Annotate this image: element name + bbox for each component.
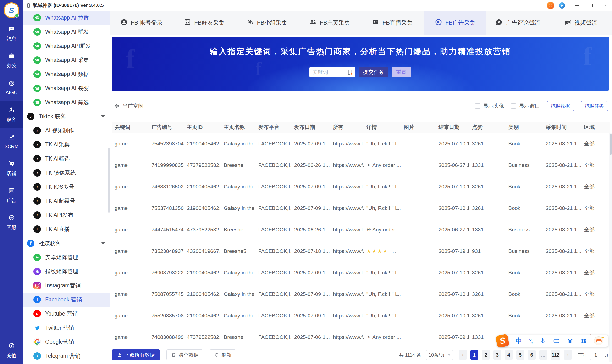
download-all-button[interactable]: 下载所有数据 <box>112 350 160 360</box>
rail-item-message[interactable]: 消息 <box>0 20 23 47</box>
sidebar-item-whatsapp-ai-拉群[interactable]: ☎Whatsapp AI 拉群 <box>23 11 110 25</box>
table-row[interactable]: game75537481350...21900405462...Galaxy i… <box>112 197 610 219</box>
goto-page-input[interactable] <box>590 350 601 360</box>
sidebar-item-whatsapp-ai-数据[interactable]: ☎Whatsapp AI 数据 <box>23 67 110 81</box>
cell: 全部 <box>581 133 610 155</box>
import-keywords-icon[interactable] <box>347 69 353 76</box>
comment-icon <box>495 18 503 27</box>
ime-keyboard-icon[interactable] <box>553 338 560 344</box>
page-size-select[interactable]: 10条/页 <box>426 350 453 360</box>
collapse-arrow-icon[interactable] <box>101 242 105 244</box>
sidebar-item-telegram-营销[interactable]: ✈Telegram 营销 <box>23 349 110 363</box>
sidebar-item-whatsapp-ai-裂变[interactable]: ☎Whatsapp AI 裂变 <box>23 81 110 95</box>
show-window-checkbox[interactable]: 显示窗口 <box>511 103 540 110</box>
table-row[interactable]: game74474515474...47379522582...BreesheF… <box>112 219 610 241</box>
sidebar-item-社媒获客[interactable]: f社媒获客 <box>23 236 110 250</box>
page-button-1[interactable]: 1 <box>470 350 478 360</box>
sidebar-item-youtube-营销[interactable]: ▶Youtube 营销 <box>23 307 110 321</box>
sidebar-item-instagram营销[interactable]: Instagram营销 <box>23 278 110 293</box>
keyword-input[interactable] <box>312 69 343 75</box>
tab-fb主页采集[interactable]: FB主页采集 <box>298 11 361 35</box>
sidebar-item-twitter-营销[interactable]: Twitter 营销 <box>23 321 110 335</box>
cell: 2025-08-21 1... <box>543 219 581 241</box>
tab-fb直播采集[interactable]: FB直播采集 <box>361 11 424 35</box>
sidebar-item-tk-ios多号[interactable]: ♪TK IOS多号 <box>23 180 110 194</box>
rail-item-office[interactable]: 办公 <box>0 47 23 74</box>
refresh-button[interactable]: 刷新 <box>209 350 236 360</box>
table-row[interactable]: game74633126502...21900405462...Galaxy i… <box>112 176 610 197</box>
sidebar-item-google营销[interactable]: Google营销 <box>23 335 110 349</box>
rail-item-customer[interactable]: 获客 <box>0 101 23 128</box>
table-row[interactable]: game75520385708...21900405462...Galaxy i… <box>112 305 610 326</box>
maximize-button[interactable] <box>584 0 598 11</box>
sidebar-item-tk-api发布[interactable]: ♪TK API发布 <box>23 208 110 222</box>
page-button-4[interactable]: 4 <box>505 350 513 360</box>
table-row[interactable]: game75087055745...21900405462...Galaxy i… <box>112 284 610 305</box>
sidebar-item-whatsapp-api群发[interactable]: ☎Whatsapp API群发 <box>23 39 110 53</box>
rail-item-ads[interactable]: ADS广告 <box>0 182 23 209</box>
table-scrollbar-thumb[interactable] <box>610 134 612 155</box>
sidebar-item-tk-ai直播[interactable]: ♪TK AI直播 <box>23 222 110 236</box>
next-page-button[interactable]: › <box>564 350 572 360</box>
rail-item-chart[interactable]: SCRM <box>0 128 23 155</box>
page-button-3[interactable]: 3 <box>493 350 501 360</box>
ime-toolbox-icon[interactable] <box>580 338 587 344</box>
sidebar-item-tk-镜像系统[interactable]: ♪TK 镜像系统 <box>23 166 110 180</box>
sidebar-item-facebook-营销[interactable]: fFacebook 营销 <box>23 293 110 307</box>
reset-button[interactable]: 重置 <box>392 67 411 77</box>
tab-fb-帐号登录[interactable]: FB 帐号登录 <box>110 11 173 35</box>
table-row[interactable]: game73523848937...43200419667...Breeshe5… <box>112 241 610 262</box>
page-button-2[interactable]: 2 <box>482 350 490 360</box>
ime-skin-icon[interactable] <box>567 338 573 344</box>
page-button-5[interactable]: 5 <box>516 350 524 360</box>
sidebar-item-tk-ai筛选[interactable]: ♪TK AI筛选 <box>23 152 110 166</box>
sidebar-item-ai-视频制作[interactable]: ♪AI 视频制作 <box>23 123 110 138</box>
sidebar-item-tk-ai超级号[interactable]: ♪TK AI超级号 <box>23 194 110 208</box>
sidebar-item-whatsapp-ai-群发[interactable]: ☎Whatsapp AI 群发 <box>23 25 110 39</box>
sidebar-item-tk-ai采集[interactable]: ♪TK AI采集 <box>23 138 110 152</box>
rail-item-aigc[interactable]: AIGC <box>0 74 23 101</box>
page-button-6[interactable]: 6 <box>528 350 536 360</box>
close-button[interactable] <box>598 0 612 11</box>
checkbox-box[interactable] <box>475 104 480 109</box>
sidebar-item-whatsapp-ai-采集[interactable]: ☎Whatsapp AI 采集 <box>23 53 110 67</box>
tab-广告评论截流[interactable]: 广告评论截流 <box>487 11 549 35</box>
show-avatar-checkbox[interactable]: 显示头像 <box>475 103 504 110</box>
table-row[interactable]: game74199990835...47379522582...BreesheF… <box>112 155 610 176</box>
tab-视频截流[interactable]: 视频截流 <box>549 11 612 35</box>
tray-icon-orange[interactable] <box>547 2 554 9</box>
checkbox-box[interactable] <box>511 104 516 109</box>
mine-task-button[interactable]: 挖掘任务 <box>581 101 608 111</box>
page-button-112[interactable]: 112 <box>551 350 560 360</box>
ime-punctuation-icon[interactable]: °, <box>529 338 532 344</box>
cell: 2025-07-09 1... <box>291 262 330 284</box>
sidebar-item-指纹矩阵管理[interactable]: ◉指纹矩阵管理 <box>23 264 110 278</box>
prev-page-button[interactable]: ‹ <box>459 350 467 360</box>
table-row[interactable]: game76903793222...21900405462...Galaxy i… <box>112 262 610 284</box>
sidebar-scrollbar-thumb[interactable] <box>108 148 110 213</box>
more-pages-button[interactable]: ... <box>539 350 547 360</box>
rail-item-shop[interactable]: 店铺 <box>0 155 23 182</box>
rail-item-recharge[interactable]: 充值 <box>0 337 23 364</box>
table-scrollbar-track[interactable] <box>609 132 612 362</box>
clear-data-button[interactable]: 清空数据 <box>167 350 203 360</box>
ime-assistant-icon[interactable]: ✦ <box>594 336 603 345</box>
ime-mic-icon[interactable] <box>540 338 546 344</box>
rail-item-service[interactable]: 客服 <box>0 209 23 236</box>
tray-icon-blue[interactable] <box>559 2 565 9</box>
table-row[interactable]: game75452398704...21900405462...Galaxy i… <box>112 133 610 155</box>
ime-chinese-mode-icon[interactable]: 中 <box>516 337 522 345</box>
sidebar-item-tiktok-获客[interactable]: ♪Tiktok 获客 <box>23 109 110 123</box>
submit-task-button[interactable]: 提交任务 <box>359 67 388 77</box>
tab-fb好友采集[interactable]: FB好友采集 <box>173 11 235 35</box>
mine-data-button[interactable]: 挖掘数据 <box>547 101 574 111</box>
sogou-logo-icon[interactable]: S <box>496 334 509 348</box>
minimize-button[interactable] <box>570 0 584 11</box>
cell: FACEBOOK,I... <box>255 241 291 262</box>
sidebar-item-安卓矩阵管理[interactable]: 安卓矩阵管理 <box>23 250 110 264</box>
tab-fb广告采集[interactable]: FB广告采集 <box>424 11 487 35</box>
tab-fb小组采集[interactable]: FB小组采集 <box>236 11 298 35</box>
cell: 3261 <box>469 305 505 326</box>
sidebar-item-whatsapp-ai-筛选[interactable]: ☎Whatsapp AI 筛选 <box>23 95 110 109</box>
collapse-arrow-icon[interactable] <box>101 115 105 117</box>
